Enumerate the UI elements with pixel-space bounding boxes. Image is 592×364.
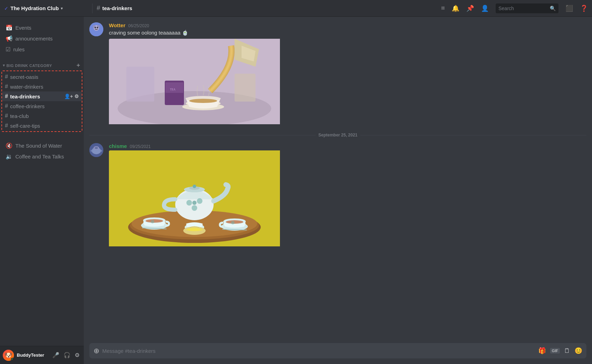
sidebar-channel-self-care-tips[interactable]: # self-care-tips <box>2 121 82 131</box>
category-chevron-icon: ▾ <box>3 63 5 68</box>
svg-rect-15 <box>126 67 154 102</box>
category-label: BIG DRINK CATEGORY <box>7 64 52 68</box>
chisme-avatar <box>89 143 103 157</box>
svg-point-46 <box>231 221 235 224</box>
add-member-icon[interactable]: 👤+ <box>64 94 73 99</box>
category-add-icon[interactable]: ＋ <box>75 62 81 69</box>
headphones-icon[interactable]: 🎧 <box>62 350 72 360</box>
channel-label-self-care-tips: self-care-tips <box>10 123 40 129</box>
svg-point-45 <box>151 220 154 223</box>
server-name-button[interactable]: ✓ The Hydration Club ▾ <box>4 5 88 11</box>
sidebar-voice-sound-of-water[interactable]: 🔇 The Sound of Water <box>3 140 81 151</box>
voice-label-sound-of-water: The Sound of Water <box>15 143 62 149</box>
user-avatar: 🐶 <box>3 350 14 361</box>
wotter-msg-header: Wotter 06/25/2020 <box>109 22 586 28</box>
topbar-divider <box>92 3 92 13</box>
wotter-message-content: Wotter 06/25/2020 craving some oolong te… <box>109 22 586 126</box>
sidebar-channel-tea-drinkers[interactable]: # tea-drinkers 👤+ ⚙ <box>2 91 82 101</box>
pin-icon[interactable]: 📌 <box>466 5 474 12</box>
speaker-muted-icon: 🔇 <box>6 142 13 149</box>
topbar-icons: ⌗ 🔔 📌 👤 Search 🔍 ⬛ ❓ <box>441 3 588 13</box>
username-label: BuddyTester <box>17 352 48 358</box>
channel-label-coffee-drinkers: coffee-drinkers <box>10 103 45 109</box>
sidebar-channel-coffee-drinkers[interactable]: # coffee-drinkers <box>2 101 82 111</box>
chisme-username: chisme <box>109 143 127 149</box>
checkbox-icon: ☑ <box>6 46 10 53</box>
hash-icon-3: # <box>5 93 8 99</box>
svg-point-4 <box>95 27 96 28</box>
message-group-chisme: chisme 09/25/2021 <box>89 143 586 248</box>
current-channel: # tea-drinkers <box>97 5 132 12</box>
channel-tea-actions: 👤+ ⚙ <box>64 94 79 99</box>
svg-point-37 <box>146 219 163 223</box>
chisme-timestamp: 09/25/2021 <box>130 144 151 149</box>
chisme-msg-image <box>109 150 283 248</box>
sticker-icon[interactable]: 🗒 <box>564 347 570 355</box>
gif-button[interactable]: GIF <box>550 348 560 354</box>
members-icon[interactable]: 👤 <box>481 5 489 12</box>
sidebar-channel-secret-oasis[interactable]: # secret-oasis <box>2 72 82 82</box>
help-icon[interactable]: ❓ <box>580 5 588 12</box>
sidebar-item-rules[interactable]: ☑ rules <box>3 44 81 55</box>
server-check-icon: ✓ <box>4 6 8 11</box>
wotter-msg-text: craving some oolong teaaaaaa 🍵 <box>109 30 586 36</box>
message-input[interactable] <box>102 348 535 354</box>
svg-point-33 <box>192 201 197 205</box>
category-big-drink[interactable]: ▾ BIG DRINK CATEGORY ＋ <box>0 56 84 70</box>
sidebar-item-events[interactable]: 📅 Events <box>3 22 81 33</box>
message-group-wotter: Wotter 06/25/2020 craving some oolong te… <box>89 22 586 126</box>
channel-label-tea-drinkers: tea-drinkers <box>10 94 40 99</box>
hash-icon-1: # <box>5 74 8 80</box>
svg-point-31 <box>197 198 202 204</box>
user-settings-icon[interactable]: ⚙ <box>73 350 81 360</box>
svg-point-32 <box>192 205 197 211</box>
hash-icon-2: # <box>5 83 8 90</box>
chat-input-box: ⊕ 🎁 GIF 🗒 😊 <box>89 343 586 358</box>
topbar: ✓ The Hydration Club ▾ # tea-drinkers ⌗ … <box>0 0 592 17</box>
user-bar: 🐶 BuddyTester 🎤 🎧 ⚙ <box>0 346 84 364</box>
sidebar-voice-coffee-tea-talks[interactable]: 🔉 Coffee and Tea Talks <box>3 151 81 162</box>
sidebar-channel-water-drinkers[interactable]: # water-drinkers <box>2 82 82 91</box>
svg-rect-16 <box>235 74 256 102</box>
category-header-left: ▾ BIG DRINK CATEGORY <box>3 63 52 68</box>
server-name-label: The Hydration Club <box>10 5 59 11</box>
user-controls: 🎤 🎧 ⚙ <box>51 350 81 360</box>
sidebar-item-announcements-label: announcements <box>15 36 53 42</box>
search-bar[interactable]: Search 🔍 <box>496 3 558 13</box>
sidebar-item-announcements[interactable]: 📢 announcements <box>3 33 81 44</box>
chat-area: Wotter 06/25/2020 craving some oolong te… <box>84 17 592 364</box>
settings-icon[interactable]: ⚙ <box>74 94 79 99</box>
voice-label-coffee-tea-talks: Coffee and Tea Talks <box>15 154 64 159</box>
channel-label-water-drinkers: water-drinkers <box>10 84 43 90</box>
user-info: BuddyTester <box>17 352 48 358</box>
sidebar-voice-section: 🔇 The Sound of Water 🔉 Coffee and Tea Ta… <box>0 135 84 163</box>
divider-line-left <box>89 135 316 135</box>
channel-name-label: tea-drinkers <box>102 5 132 11</box>
svg-point-5 <box>97 27 98 28</box>
search-icon: 🔍 <box>550 6 556 11</box>
gift-icon[interactable]: 🎁 <box>538 347 546 355</box>
chat-messages: Wotter 06/25/2020 craving some oolong te… <box>84 17 592 343</box>
svg-point-20 <box>95 147 98 149</box>
wotter-timestamp: 06/25/2020 <box>128 23 149 28</box>
calendar-icon: 📅 <box>6 24 13 31</box>
emoji-icon[interactable]: 😊 <box>575 347 582 355</box>
chevron-down-icon: ▾ <box>61 6 63 11</box>
inbox-icon[interactable]: ⬛ <box>565 5 573 12</box>
wotter-username: Wotter <box>109 22 125 28</box>
microphone-icon[interactable]: 🎤 <box>51 350 61 360</box>
date-divider-text: September 25, 2021 <box>318 133 357 138</box>
bell-icon[interactable]: 🔔 <box>452 5 459 12</box>
chisme-msg-header: chisme 09/25/2021 <box>109 143 586 149</box>
sidebar-item-events-label: Events <box>15 25 31 31</box>
svg-point-29 <box>193 185 196 188</box>
svg-rect-9 <box>165 82 183 93</box>
user-status-dot <box>11 358 14 361</box>
attach-plus-button[interactable]: ⊕ <box>94 347 99 355</box>
sidebar-channel-tea-club[interactable]: # tea-club <box>2 111 82 121</box>
chat-input-area: ⊕ 🎁 GIF 🗒 😊 <box>84 343 592 364</box>
channel-label-tea-club: tea-club <box>10 113 29 119</box>
hashtag-icon[interactable]: ⌗ <box>441 5 445 12</box>
wotter-avatar <box>89 22 103 36</box>
hash-icon-5: # <box>5 113 8 119</box>
